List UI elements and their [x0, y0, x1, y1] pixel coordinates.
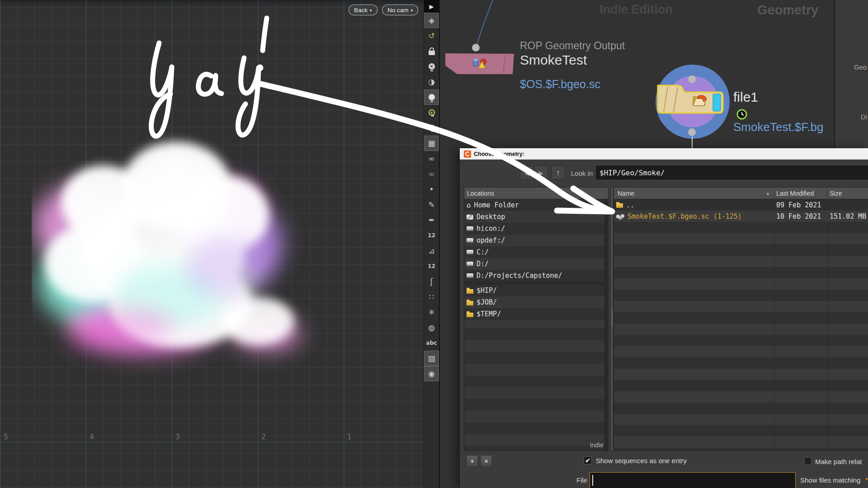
- snapshot-icon[interactable]: ▨: [424, 351, 439, 366]
- location-item[interactable]: C:/: [464, 246, 608, 258]
- location-item[interactable]: $TEMP/: [464, 308, 608, 320]
- cloud-render: [32, 131, 330, 384]
- location-item[interactable]: opdef:/: [464, 235, 608, 246]
- locations-scrollbar[interactable]: [604, 199, 608, 451]
- prim-numbers-icon[interactable]: 12: [424, 258, 439, 274]
- camera-select-button[interactable]: No cam ▾: [382, 5, 418, 15]
- point-numbers-icon[interactable]: 12: [424, 228, 439, 243]
- file-type-icon: [616, 203, 623, 208]
- location-item[interactable]: [464, 282, 608, 285]
- location-item[interactable]: $HIP/: [464, 285, 608, 296]
- display-textures-icon[interactable]: ▦: [424, 136, 439, 151]
- location-item[interactable]: D:/: [464, 258, 608, 270]
- indie-edition-watermark: Indie Edition: [599, 3, 673, 17]
- ghost-geometry-icon[interactable]: ∞: [424, 166, 439, 182]
- make-path-relative-checkbox[interactable]: [804, 457, 811, 465]
- houdini-logo-icon: [464, 150, 471, 158]
- file-node[interactable]: [651, 83, 733, 117]
- display-flag[interactable]: [713, 94, 721, 111]
- location-icon: [467, 250, 473, 254]
- location-item[interactable]: Home Folder: [464, 199, 608, 211]
- view-pin-icon[interactable]: ◉: [424, 366, 439, 381]
- parameter-pane: GeoDi: [834, 0, 868, 148]
- remove-location-button[interactable]: ✕: [480, 455, 492, 467]
- axis-number: 5: [4, 433, 8, 441]
- add-light-alt-icon[interactable]: [424, 120, 439, 136]
- show-sequences-checkbox[interactable]: ✔: [584, 456, 592, 465]
- view-layout-icon[interactable]: ◈: [424, 13, 439, 28]
- display-profiles-icon[interactable]: ʃ: [424, 274, 439, 289]
- add-light-icon[interactable]: [424, 105, 439, 120]
- location-item[interactable]: $JOB/: [464, 296, 608, 308]
- file-name-input[interactable]: [590, 472, 796, 488]
- column-header-modified[interactable]: Last Modified: [774, 188, 827, 199]
- column-header-size[interactable]: Size: [827, 188, 868, 199]
- point-normals-icon[interactable]: ✎: [424, 197, 439, 212]
- rop-node-name[interactable]: SmokeTest: [520, 52, 587, 68]
- back-arrow-icon: ◀: [524, 169, 529, 177]
- visualizers-icon[interactable]: ◍: [424, 320, 439, 335]
- file-modified: 09 Feb 2021: [774, 201, 827, 209]
- headlight-only-icon[interactable]: [424, 89, 439, 105]
- file-output-wire: [692, 136, 693, 149]
- file-node-path: SmokeTest.$F.bg: [733, 120, 823, 134]
- show-files-matching-label: Show files matching: [800, 476, 860, 484]
- file-modified: 10 Feb 2021: [774, 212, 827, 221]
- column-header-name[interactable]: Name ▲: [614, 188, 774, 199]
- file-name: ..: [626, 201, 634, 209]
- viewport-x-axis: [0, 441, 424, 442]
- file-row[interactable]: SmokeTest.$F.bgeo.sc (1-125) 10 Feb 2021…: [614, 211, 868, 222]
- axis-number: 1: [347, 433, 352, 441]
- pane-menu-icon[interactable]: ▶: [424, 0, 439, 13]
- file-output-connector[interactable]: [688, 128, 696, 136]
- disable-lighting-icon[interactable]: [424, 59, 439, 74]
- location-label: Home Folder: [474, 201, 519, 209]
- location-icon: [467, 301, 473, 305]
- file-list-header: Name ▲ Last Modified Size: [614, 188, 868, 199]
- location-icon: [467, 238, 473, 243]
- file-node-name[interactable]: file1: [733, 89, 758, 105]
- file-size: 151.02 MB: [827, 212, 868, 221]
- location-item[interactable]: Desktop: [464, 211, 608, 223]
- houdini-window: 54321: [0, 0, 868, 488]
- nav-up-button[interactable]: ↑: [551, 166, 565, 180]
- node-wire: [440, 0, 530, 54]
- nav-back-button[interactable]: ◀: [520, 166, 534, 180]
- smooth-shading-icon[interactable]: ∞: [424, 151, 439, 166]
- group-display-icon[interactable]: ∷: [424, 289, 439, 305]
- display-points-icon[interactable]: •: [424, 182, 439, 197]
- network-pane-title: Geometry: [757, 3, 818, 18]
- point-trails-icon[interactable]: ✒: [424, 212, 439, 228]
- locations-header: Locations: [464, 188, 608, 199]
- dialog-titlebar[interactable]: Choose Geometry:: [460, 148, 868, 160]
- rop-geometry-output-node[interactable]: [445, 53, 518, 75]
- add-location-button[interactable]: +: [466, 455, 478, 467]
- forward-arrow-icon: ▶: [538, 169, 543, 177]
- rop-input-connector[interactable]: [472, 44, 480, 52]
- back-view-button[interactable]: Back ▾: [349, 5, 377, 15]
- edition-label: Indie: [590, 441, 604, 449]
- location-label: opdef:/: [476, 236, 505, 244]
- lock-camera-icon[interactable]: [424, 43, 439, 59]
- chevron-down-icon: ▾: [865, 476, 868, 482]
- file-input-connector[interactable]: [688, 75, 696, 83]
- location-icon: [467, 289, 473, 294]
- location-item[interactable]: hicon:/: [464, 223, 608, 235]
- choose-geometry-dialog: Choose Geometry: ◀ ▶ ↑ Look in $HIP/Geo/…: [459, 148, 868, 488]
- material-preview-icon[interactable]: ◑: [424, 74, 439, 89]
- location-item[interactable]: D:/Projects/Capstone/: [464, 270, 608, 282]
- secure-selection-icon[interactable]: ↺: [424, 28, 439, 43]
- file-row[interactable]: .. 09 Feb 2021: [614, 199, 868, 211]
- file-folder-icon: [693, 95, 707, 106]
- viewport-3d[interactable]: 54321: [0, 0, 424, 488]
- location-icon: [467, 201, 471, 209]
- parameter-label: Di: [861, 113, 867, 121]
- panel-splitter[interactable]: [610, 187, 613, 451]
- prim-normals-icon[interactable]: ⊿: [424, 243, 439, 258]
- display-handles-icon[interactable]: ✳: [424, 305, 439, 320]
- parameter-label: Geo: [854, 63, 867, 71]
- look-in-path-input[interactable]: $HIP/Geo/Smoke/: [595, 165, 868, 180]
- location-icon: [467, 273, 473, 278]
- nav-forward-button[interactable]: ▶: [534, 166, 548, 180]
- display-labels-icon[interactable]: abc: [424, 335, 439, 351]
